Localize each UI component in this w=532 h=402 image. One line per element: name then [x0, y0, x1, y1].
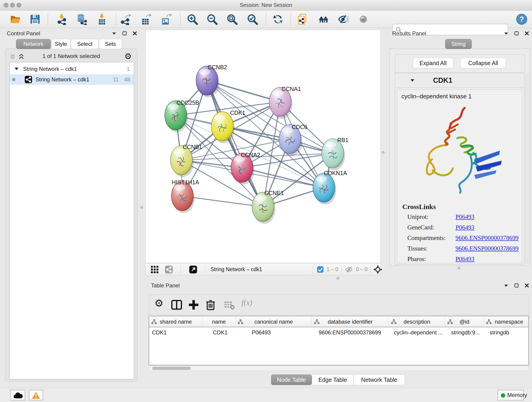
memory-status-button[interactable]: Memory	[498, 390, 524, 400]
crosslink-link[interactable]: P06493	[456, 255, 475, 263]
tab-network-table[interactable]: Network Table	[354, 375, 405, 385]
network-node-ccna1[interactable]: CCNA1	[269, 86, 301, 119]
open-in-new-window-icon[interactable]	[189, 265, 197, 274]
tab-edge-table[interactable]: Edge Table	[312, 375, 354, 385]
panel-menu-icon[interactable]	[112, 32, 116, 35]
birds-eye-grid-icon[interactable]	[151, 265, 159, 274]
status-separator	[313, 265, 313, 274]
export-image-button[interactable]	[160, 13, 172, 25]
panel-float-icon[interactable]	[122, 31, 127, 36]
table-horizontal-scrollbar[interactable]	[149, 366, 529, 371]
panel-close-icon[interactable]	[525, 31, 529, 36]
results-splitter-handle[interactable]	[457, 267, 460, 269]
network-row[interactable]: String Network – cdk1 11 48	[10, 74, 134, 85]
column-header-shared-name[interactable]: shared name	[149, 316, 203, 327]
selected-checkbox-icon[interactable]	[317, 266, 324, 273]
tab-style[interactable]: Style	[51, 39, 70, 49]
network-node-hist1h1a[interactable]: HIST1H1A	[171, 179, 199, 213]
export-table-to-file-button[interactable]	[140, 13, 152, 25]
tab-network[interactable]: Network	[16, 39, 51, 49]
table-mode-gear-icon[interactable]: ⚙	[154, 297, 166, 309]
import-network-from-file-button[interactable]	[56, 13, 68, 25]
crosslink-link[interactable]: P06493	[456, 213, 475, 220]
node-label: CDC25B	[177, 99, 199, 106]
zoom-in-button[interactable]	[187, 13, 198, 25]
show-all-button[interactable]	[358, 13, 369, 25]
import-table-from-file-button[interactable]	[96, 13, 108, 25]
right-splitter-handle[interactable]	[382, 151, 385, 154]
fit-selected-crosshair-icon[interactable]	[373, 265, 382, 274]
tab-sets[interactable]: Sets	[99, 39, 122, 49]
results-panel-title: Results Panel	[392, 30, 426, 37]
export-network-to-file-button[interactable]	[120, 13, 132, 25]
delete-column-trash-icon[interactable]	[205, 299, 216, 311]
tab-select[interactable]: Select	[71, 39, 99, 49]
left-splitter-handle[interactable]	[140, 206, 143, 209]
network-node-ccna2[interactable]: CCNA2	[231, 152, 260, 185]
column-header-database-identifier[interactable]: database identifier	[312, 316, 389, 327]
crosslink-link[interactable]: 9606.ENSP00000378699	[456, 235, 519, 242]
crosslink-label: GeneCard:	[407, 224, 434, 231]
tab-node-table[interactable]: Node Table	[271, 375, 312, 385]
column-label: namespace	[484, 319, 529, 325]
import-network-from-database-button[interactable]	[76, 13, 87, 25]
collapse-all-button[interactable]: Collapse All	[461, 58, 506, 68]
column-header-namespace[interactable]: namespace	[484, 316, 529, 327]
section-expander-icon[interactable]	[410, 79, 415, 82]
crosslink-link[interactable]: 9606.ENSP00000378699	[456, 245, 519, 252]
table-row[interactable]: CDK1 CDK1 P06493 9606.ENSP00000378699 cy…	[149, 327, 529, 338]
open-session-button[interactable]	[10, 13, 21, 25]
network-node-cdkn1a[interactable]: CDKN1A	[313, 170, 347, 205]
add-column-icon[interactable]	[188, 299, 199, 311]
network-share-icon[interactable]	[165, 265, 173, 274]
homes-button[interactable]	[317, 13, 329, 25]
network-collection-row[interactable]: String Network – cdk1 1	[10, 64, 134, 74]
table-toolbar: ⚙ f(x)	[149, 294, 529, 315]
expand-all-button[interactable]: Expand All	[413, 58, 453, 68]
panel-float-icon[interactable]	[514, 31, 519, 36]
scrollbar-thumb[interactable]	[152, 367, 191, 370]
panel-menu-icon[interactable]	[504, 284, 508, 287]
crosslink-link[interactable]: P06493	[456, 224, 475, 231]
network-node-ccne1[interactable]: CCNE1	[252, 190, 284, 224]
zoom-fit-button[interactable]	[226, 13, 238, 25]
tree-expander-icon[interactable]	[14, 67, 19, 70]
network-node-ccnb1[interactable]: CCNB1	[171, 144, 202, 177]
column-header-name[interactable]: name	[203, 316, 235, 327]
clone-network-button[interactable]	[297, 13, 309, 25]
panel-menu-icon[interactable]	[504, 32, 508, 35]
network-node-cdc6[interactable]: CDC6	[279, 124, 307, 156]
network-state-dot	[12, 78, 15, 81]
network-node-cdk1[interactable]: CDK1	[211, 109, 245, 143]
panel-close-icon[interactable]	[133, 31, 137, 36]
warning-status-button[interactable]	[29, 390, 43, 400]
network-node-ccnb2[interactable]: CCNB2	[196, 64, 227, 98]
crosslink-row: GeneCard: P06493	[407, 224, 434, 231]
network-options-gear-icon[interactable]: ⚙	[124, 51, 132, 61]
zoom-selected-button[interactable]	[247, 13, 258, 25]
hide-selected-button[interactable]	[338, 13, 349, 25]
save-floppy-icon	[29, 13, 41, 25]
save-session-button[interactable]	[29, 13, 41, 25]
results-scrollbar[interactable]	[525, 74, 529, 264]
column-header-canonical-name[interactable]: canonical name	[235, 316, 312, 327]
column-header-id[interactable]: @id	[445, 316, 484, 327]
network-node-cdc25b[interactable]: CDC25B	[165, 99, 199, 132]
results-tab-string[interactable]: String	[445, 39, 472, 49]
panel-float-icon[interactable]	[514, 283, 519, 288]
network-node-rb1[interactable]: RB1	[322, 137, 348, 170]
help-button[interactable]: ?	[516, 13, 527, 25]
protein-structure-image	[405, 102, 513, 196]
panel-close-icon[interactable]	[525, 283, 529, 288]
column-header-description[interactable]: description	[389, 316, 445, 327]
update-network-button[interactable]	[272, 13, 284, 25]
zoom-out-button[interactable]	[206, 13, 218, 25]
node-section-header[interactable]: CDK1	[395, 73, 524, 88]
network-canvas[interactable]: CCNB2CCNA1CDC25BCDK1CDC6RB1CCNB1CCNA2CDK…	[145, 30, 381, 263]
duplicate-pages-icon	[297, 13, 309, 25]
show-columns-icon[interactable]	[171, 299, 182, 311]
cloud-status-button[interactable]	[10, 390, 25, 400]
memory-status-dot	[501, 393, 505, 398]
network-edge[interactable]	[207, 81, 263, 207]
node-label: RB1	[337, 137, 348, 143]
